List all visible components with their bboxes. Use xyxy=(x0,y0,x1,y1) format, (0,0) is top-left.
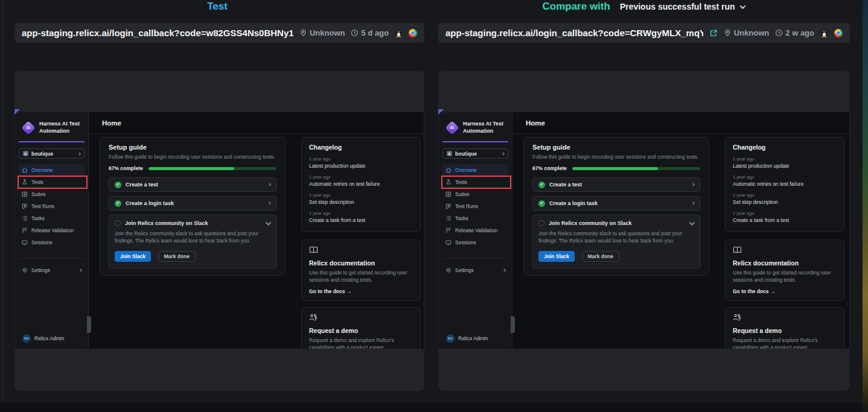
gear-icon xyxy=(445,267,452,273)
screenshot-viewport[interactable]: AI Harness AI Test Automation B boutique… xyxy=(438,71,850,391)
list-icon xyxy=(22,215,28,221)
pending-circle-icon xyxy=(538,220,544,226)
compare-run-select[interactable]: Previous successful test run xyxy=(620,2,745,11)
mark-done-button: Mark done xyxy=(582,251,620,262)
annotation-box xyxy=(18,176,88,189)
harness-logo-icon: AI xyxy=(21,121,35,135)
documentation-card: Relicx documentation Use this guide to g… xyxy=(725,239,844,301)
sidebar-item-settings: Settings xyxy=(19,264,85,276)
project-badge: B xyxy=(447,151,452,156)
app-main: Home Setup guide Follow this guide to be… xyxy=(512,112,849,349)
url-bar[interactable]: app-staging.relicx.ai/login_callback?cod… xyxy=(14,23,424,43)
app-content: Setup guide Follow this guide to begin r… xyxy=(89,134,424,349)
chrome-icon xyxy=(834,29,843,37)
chevron-down-icon xyxy=(739,3,745,9)
next-panel-preview xyxy=(863,0,868,412)
setup-guide-title: Setup guide xyxy=(532,144,700,151)
project-selector: B boutique xyxy=(19,148,85,159)
app-main: Home Setup guide Follow this guide to be… xyxy=(89,112,424,349)
brand: AI Harness AI Test Automation xyxy=(15,118,88,135)
demo-card: Request a demo Request a demo and explor… xyxy=(725,307,844,349)
viewport-divider xyxy=(2,0,3,412)
grid-icon xyxy=(22,191,28,197)
sidebar-item-test-runs: Test Runs xyxy=(442,200,508,212)
changelog-entry: 1 year ago Create a task from a test xyxy=(733,211,837,223)
progress-track xyxy=(572,167,700,170)
project-name: boutique xyxy=(31,151,53,157)
docs-link: Go to the docs → xyxy=(733,288,837,294)
columns-icon xyxy=(445,203,452,209)
url-bar[interactable]: app-staging.relicx.ai/login_callback?cod… xyxy=(438,23,850,43)
join-slack-button: Join Slack xyxy=(538,251,575,262)
slack-step: Join Relicx community on Slack Join the … xyxy=(109,215,276,268)
slack-step-header: Join Relicx community on Slack xyxy=(115,220,270,226)
slack-step-header: Join Relicx community on Slack xyxy=(538,220,694,226)
compare-with-label: Compare with xyxy=(542,1,610,13)
gear-icon xyxy=(22,267,28,273)
chevron-down-icon xyxy=(689,220,695,226)
app-page-title: Home xyxy=(526,119,545,127)
changelog-entry: 1 year ago Create a task from a test xyxy=(309,211,413,223)
clock-icon xyxy=(351,29,359,37)
age-meta: 2 w ago xyxy=(775,28,814,37)
chevron-right-icon xyxy=(691,201,695,205)
sidebar-item-release-validation: Release Validation xyxy=(19,224,85,236)
chevron-right-icon xyxy=(501,152,505,156)
test-panel: Test app-staging.relicx.ai/login_callbac… xyxy=(5,0,430,412)
sidebar-collapse-handle xyxy=(511,316,515,333)
user-menu: RA Relicx Admin xyxy=(446,334,488,343)
home-icon xyxy=(445,167,452,173)
progress-label: 67% complete xyxy=(532,165,567,171)
grid-icon xyxy=(445,191,452,197)
columns-icon xyxy=(22,203,28,209)
mark-done-button: Mark done xyxy=(158,251,196,262)
brand-divider xyxy=(442,141,508,142)
setup-progress: 67% complete xyxy=(109,165,276,171)
check-icon: ✓ xyxy=(115,182,121,188)
chevron-right-icon xyxy=(77,152,81,156)
changelog-entry: 1 year ago Latest production update xyxy=(309,156,413,169)
annotation-box xyxy=(441,176,511,189)
setup-guide-card: Setup guide Follow this guide to begin r… xyxy=(100,137,286,276)
flag-icon xyxy=(22,227,28,233)
sidebar-item-suites: Suites xyxy=(442,188,508,200)
test-title: Test xyxy=(207,1,228,13)
step-create-login-task: ✓ Create a login task xyxy=(532,196,700,211)
changelog-entry: 1 year ago Set step description xyxy=(733,192,837,205)
list-icon xyxy=(445,215,452,221)
changelog-card: Changelog 1 year ago Latest production u… xyxy=(725,137,844,232)
changelog-card: Changelog 1 year ago Latest production u… xyxy=(301,137,421,232)
step-create-test: ✓ Create a test xyxy=(532,177,700,192)
home-icon xyxy=(22,167,28,173)
location-meta: Unknown xyxy=(724,28,770,37)
compare-panel: Compare with Previous successful test ru… xyxy=(436,0,851,412)
pending-circle-icon xyxy=(115,220,121,226)
avatar: RA xyxy=(22,334,31,343)
sidebar-divider xyxy=(19,258,85,259)
project-name: boutique xyxy=(455,151,477,157)
app-page-header: Home xyxy=(89,112,424,134)
external-link-icon[interactable] xyxy=(709,29,718,37)
sidebar-item-tests: Tests xyxy=(19,176,85,188)
url-text: app-staging.relicx.ai/login_callback?cod… xyxy=(445,28,703,38)
selection-marker-icon xyxy=(14,109,20,115)
project-badge: B xyxy=(23,151,28,156)
book-icon xyxy=(309,246,318,254)
setup-progress: 67% complete xyxy=(532,165,700,171)
sidebar-nav: Overview Tests Suites Test Runs Tasks xyxy=(15,164,88,249)
documentation-card: Relicx documentation Use this guide to g… xyxy=(301,239,421,301)
chrome-icon xyxy=(409,29,417,37)
chevron-right-icon xyxy=(267,201,271,205)
chevron-right-icon xyxy=(691,183,695,186)
progress-track xyxy=(148,167,276,170)
app-page-title: Home xyxy=(102,119,121,127)
flag-icon xyxy=(445,227,452,233)
join-slack-button: Join Slack xyxy=(115,251,151,262)
sidebar-item-tasks: Tasks xyxy=(19,212,85,224)
screenshot-viewport[interactable]: AI Harness AI Test Automation B boutique… xyxy=(14,71,424,391)
app-sidebar: AI Harness AI Test Automation B boutique… xyxy=(15,112,89,349)
chevron-right-icon xyxy=(78,269,82,273)
slack-step: Join Relicx community on Slack Join the … xyxy=(532,215,700,268)
app-screenshot: AI Harness AI Test Automation B boutique… xyxy=(439,112,849,349)
harness-logo-icon: AI xyxy=(445,121,459,135)
